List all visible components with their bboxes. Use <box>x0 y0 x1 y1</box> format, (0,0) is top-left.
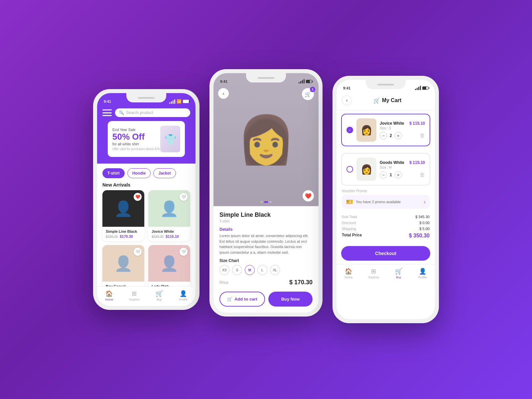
carousel-dots <box>261 201 271 203</box>
product-description: Lorem ipsum dolor sit amet, consectetur … <box>219 233 313 255</box>
nav-explore[interactable]: ⊞ Explore <box>369 268 379 279</box>
cart-icon-btn: 🛒 <box>227 297 232 302</box>
nav-buy[interactable]: 🛒 Buy <box>156 290 163 301</box>
buy-now-button[interactable]: Buy Now <box>268 292 313 307</box>
bottom-nav: 🏠 Home ⊞ Explore 🛒 Buy 👤 Profile <box>97 286 196 306</box>
wishlist-button[interactable]: 🤍 <box>180 193 188 201</box>
nav-profile[interactable]: 👤 Profile <box>179 290 188 301</box>
cart-header: ‹ 🛒 My Cart <box>336 92 435 110</box>
tab-hoodie[interactable]: Hoodie <box>127 168 151 178</box>
product-name: Jovice White <box>152 229 187 233</box>
phone-cart: 9:41 ‹ 🛒 My Cart <box>332 76 439 323</box>
size-l[interactable]: L <box>257 265 267 275</box>
profile-icon: 👤 <box>419 268 426 275</box>
nav-home[interactable]: 🏠 Home <box>105 290 113 301</box>
search-input[interactable]: Search product <box>126 110 153 115</box>
product-detail-content: Simple Line Black T-shirt Details Lorem … <box>213 206 319 292</box>
nav-profile[interactable]: 👤 Profile <box>418 268 427 279</box>
home-icon: 🏠 <box>105 290 113 297</box>
voucher-text: You have 2 promo available <box>356 200 421 204</box>
back-button[interactable]: ‹ <box>218 88 229 99</box>
product-card[interactable]: 👤 🤍 Jovice White $230.20 $115.10 <box>148 190 190 241</box>
subtotal-row: Sub Total $ 345.30 <box>342 215 430 219</box>
product-grid: 👤 ❤️ Simple Line Black $230.20 $170.30 👤 <box>97 190 196 296</box>
cart-title-text: My Cart <box>382 97 402 103</box>
product-image: 👤 🤍 <box>148 190 190 227</box>
product-category: T-shirt <box>219 219 313 223</box>
banner-tag: End Year Sale <box>112 128 160 132</box>
heart-empty-icon: 🤍 <box>181 195 186 199</box>
cart-item-checkbox[interactable] <box>346 166 353 173</box>
profile-icon: 👤 <box>180 290 187 297</box>
favorite-button[interactable]: ❤️ <box>303 190 314 201</box>
product-name: Simple Line Black <box>106 229 141 233</box>
wishlist-button[interactable]: ❤️ <box>134 193 142 201</box>
size-options: XS S M L XL <box>219 265 313 275</box>
cart-item-price: $ 115.10 <box>409 160 425 165</box>
product-hero-image: 👩 ‹ 🛒 3 ❤️ <box>213 73 319 206</box>
subtotal-label: Sub Total <box>342 215 357 219</box>
search-bar[interactable]: 🔍 Search product <box>115 108 190 117</box>
discount-label: Discount <box>342 221 356 225</box>
decrease-qty-button[interactable]: − <box>380 171 387 179</box>
menu-icon[interactable] <box>102 109 112 116</box>
cart-item-size: Size : S <box>380 126 425 130</box>
dot <box>261 201 262 203</box>
increase-qty-button[interactable]: + <box>395 171 402 179</box>
tab-jacket[interactable]: Jacket <box>153 168 176 178</box>
shipping-value: $ 5.00 <box>419 227 430 231</box>
details-label: Details <box>219 227 313 232</box>
nav-explore[interactable]: ⊞ Explore <box>129 290 140 301</box>
cart-item-image: 👩 <box>356 118 376 142</box>
add-to-cart-button[interactable]: 🛒 Add to cart <box>219 292 265 307</box>
nav-home[interactable]: 🏠 Home <box>344 268 352 279</box>
nav-explore-label: Explore <box>369 276 379 279</box>
size-m[interactable]: M <box>245 265 255 275</box>
decrease-qty-button[interactable]: − <box>380 132 387 139</box>
checkout-button[interactable]: Checkout <box>341 246 430 261</box>
category-tabs: T-shirt Hoodie Jacket <box>97 164 196 181</box>
size-xl[interactable]: XL <box>270 265 280 275</box>
dot <box>270 201 271 203</box>
cart-item[interactable]: ✓ 👩 Jovice White $ 115.10 Size : S − 2 +… <box>341 114 430 146</box>
cart-item-name: Jovice White <box>380 121 404 126</box>
delete-item-button[interactable]: 🗑 <box>420 133 425 138</box>
product-info: Jovice White $230.20 $115.10 <box>148 227 190 241</box>
product-card[interactable]: 👤 ❤️ Simple Line Black $230.20 $170.30 <box>102 190 144 241</box>
size-xs[interactable]: XS <box>219 265 229 275</box>
nav-buy-label: Buy <box>396 276 401 279</box>
delete-item-button[interactable]: 🗑 <box>420 172 425 178</box>
back-button[interactable]: ‹ <box>342 95 352 105</box>
size-s[interactable]: S <box>232 265 242 275</box>
cart-button[interactable]: 🛒 3 <box>302 88 314 100</box>
old-price: $230.20 <box>152 235 164 238</box>
buy-now-label: Buy Now <box>281 297 300 302</box>
wishlist-button[interactable]: 🤍 <box>180 248 188 256</box>
quantity-value: 1 <box>390 173 392 177</box>
product-info: Simple Line Black $230.20 $170.30 <box>102 227 144 241</box>
product-title: Simple Line Black <box>219 211 313 218</box>
nav-buy[interactable]: 🛒 Buy <box>395 268 402 279</box>
cart-icon: 🛒 <box>305 91 311 97</box>
heart-empty-icon: 🤍 <box>181 249 186 254</box>
cart-icon: 🛒 <box>156 290 163 297</box>
banner-subtitle: for all white shirt <box>112 142 160 146</box>
cart-item-image: 👩 <box>356 158 376 181</box>
nav-profile-label: Profile <box>418 276 427 279</box>
tab-tshirt[interactable]: T-shirt <box>102 168 125 178</box>
cart-item[interactable]: 👩 Goods White $ 115.10 Size : M − 1 + 🗑 <box>341 153 430 186</box>
discount-row: Discount $ 0.00 <box>342 221 430 225</box>
cart-item-checkbox[interactable]: ✓ <box>346 127 353 133</box>
add-to-cart-label: Add to cart <box>234 297 257 302</box>
explore-icon: ⊞ <box>132 290 137 297</box>
increase-qty-button[interactable]: + <box>395 132 402 139</box>
price-row: Price $ 170.30 <box>219 279 313 286</box>
cart-title: 🛒 My Cart <box>355 97 420 104</box>
total-label: Total Price <box>342 233 362 239</box>
cart-item-name: Goods White <box>380 160 404 165</box>
wishlist-button[interactable]: 🤍 <box>134 248 142 256</box>
new-arrivals-title: New Arrivals <box>97 181 196 190</box>
price-label: Price <box>219 280 228 285</box>
voucher-box[interactable]: 🎫 You have 2 promo available › <box>342 195 430 209</box>
quantity-control: − 2 + 🗑 <box>380 132 425 139</box>
